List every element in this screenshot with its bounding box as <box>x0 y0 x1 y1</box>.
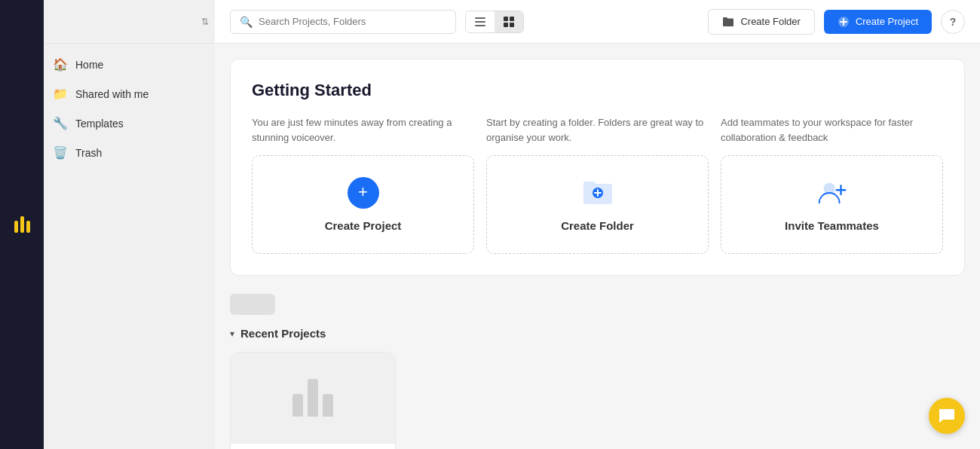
create-folder-button[interactable]: Create Folder <box>708 9 814 35</box>
grid-view-button[interactable] <box>495 11 523 32</box>
projects-grid: ||| My Awesome Project ⋮ <box>230 352 965 449</box>
workspace-chevron-icon: ⇅ <box>201 17 209 27</box>
svg-rect-3 <box>504 17 508 21</box>
gs-card-create-folder[interactable]: Create Folder <box>486 155 709 254</box>
project-card[interactable]: ||| My Awesome Project ⋮ <box>230 352 396 449</box>
home-icon: 🏠 <box>53 57 68 72</box>
recent-chevron-icon: ▾ <box>230 328 234 339</box>
grid-view-icon <box>504 17 514 27</box>
chat-bubble-icon <box>939 408 955 424</box>
person-plus-icon <box>816 179 848 206</box>
folder-icon <box>722 16 734 28</box>
search-box[interactable]: 🔍 <box>230 10 456 34</box>
gs-card-create-project[interactable]: + Create Project <box>252 155 474 254</box>
create-folder-label: Create Folder <box>740 16 800 27</box>
header: 🔍 <box>215 0 980 44</box>
sidebar-item-shared-label: Shared with me <box>75 88 149 100</box>
search-icon: 🔍 <box>240 16 253 28</box>
recent-section: ▾ Recent Projects ||| <box>230 294 965 449</box>
folder-plus-icon <box>583 179 613 206</box>
list-view-icon <box>475 17 485 27</box>
recent-header: ▾ Recent Projects <box>230 327 965 340</box>
project-bars <box>292 379 333 417</box>
create-project-circle-icon: + <box>348 177 379 209</box>
svg-rect-0 <box>475 17 485 19</box>
create-project-icon <box>838 16 850 28</box>
invite-teammates-icon <box>816 177 848 209</box>
gs-card-create-folder-label: Create Folder <box>561 219 634 232</box>
svg-point-9 <box>824 184 834 194</box>
help-button[interactable]: ? <box>941 10 965 34</box>
gs-desc-create-folder: Start by creating a folder. Folders are … <box>486 115 709 145</box>
trash-icon: 🗑️ <box>53 145 68 160</box>
create-project-label: Create Project <box>856 16 918 27</box>
project-bar-1 <box>292 394 303 417</box>
search-input[interactable] <box>259 16 446 27</box>
project-thumbnail <box>231 353 395 443</box>
svg-rect-6 <box>510 23 514 27</box>
gs-desc-create-project: You are just few minutes away from creat… <box>252 115 474 145</box>
gs-card-create-project-label: Create Project <box>325 219 402 232</box>
getting-started-grid: You are just few minutes away from creat… <box>252 115 943 254</box>
chat-bubble-button[interactable] <box>929 398 965 434</box>
help-icon: ? <box>950 16 957 28</box>
main-content: 🔍 <box>215 0 980 449</box>
getting-started-card: Getting Started You are just few minutes… <box>230 59 965 276</box>
svg-rect-2 <box>475 25 485 26</box>
list-view-button[interactable] <box>466 11 495 32</box>
gs-card-invite-teammates[interactable]: Invite Teammates <box>721 155 943 254</box>
app-logo-icon <box>14 216 30 233</box>
create-folder-card-icon <box>582 177 614 209</box>
sidebar-item-trash-label: Trash <box>75 147 102 159</box>
create-project-button[interactable]: Create Project <box>824 10 932 34</box>
gs-desc-invite-teammates: Add teammates to your workspace for fast… <box>721 115 943 145</box>
view-toggle <box>465 11 524 33</box>
sidebar-item-home-label: Home <box>75 59 103 71</box>
project-bar-2 <box>308 379 318 417</box>
svg-rect-1 <box>475 21 485 23</box>
content-area: Getting Started You are just few minutes… <box>215 44 980 449</box>
gs-col-create-folder: Start by creating a folder. Folders are … <box>486 115 709 254</box>
gs-card-invite-teammates-label: Invite Teammates <box>785 219 879 232</box>
project-footer: ||| My Awesome Project ⋮ <box>231 443 395 449</box>
skeleton-bar <box>230 294 275 315</box>
recent-section-title: Recent Projects <box>240 327 326 340</box>
getting-started-title: Getting Started <box>252 81 943 100</box>
svg-rect-5 <box>504 23 508 27</box>
sidebar-logo <box>0 0 44 449</box>
gs-col-create-project: You are just few minutes away from creat… <box>252 115 474 254</box>
templates-icon: 🔧 <box>53 116 68 130</box>
shared-icon: 📁 <box>53 87 68 101</box>
project-bar-3 <box>323 394 333 417</box>
svg-rect-4 <box>510 17 514 21</box>
sidebar-item-templates-label: Templates <box>75 118 124 130</box>
gs-col-invite-teammates: Add teammates to your workspace for fast… <box>721 115 943 254</box>
